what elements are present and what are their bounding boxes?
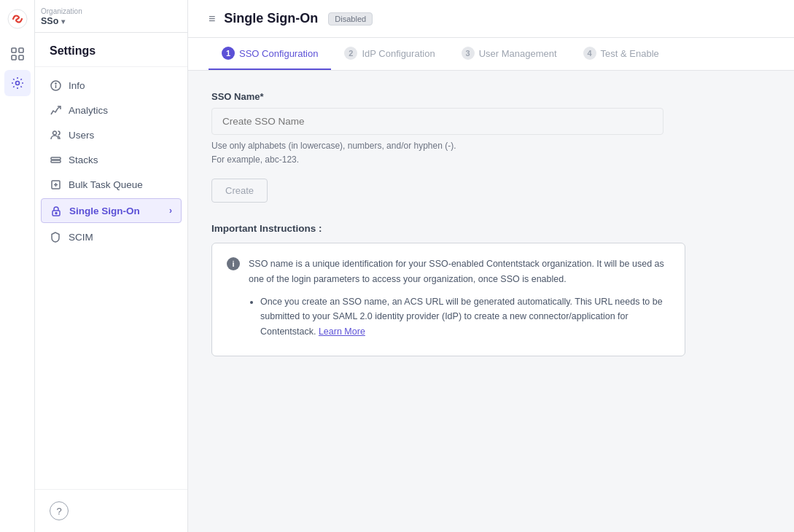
tasks-icon (50, 179, 61, 190)
tab-3-num: 3 (462, 47, 475, 60)
create-button[interactable]: Create (211, 179, 268, 203)
instructions-title: Important Instructions : (211, 223, 771, 234)
sidebar-bottom: ? (35, 489, 187, 532)
org-chevron-icon: ▾ (61, 17, 65, 26)
svg-point-9 (52, 131, 56, 135)
tab-2-num: 2 (344, 47, 357, 60)
hint-line2: For example, abc-123. (211, 154, 299, 165)
stacks-icon (50, 154, 61, 165)
sidebar-item-users-label: Users (69, 130, 94, 141)
info-icon (50, 79, 61, 91)
sidebar-item-single-sign-on[interactable]: Single Sign-On › (41, 198, 182, 223)
sidebar-item-analytics[interactable]: Analytics (35, 98, 187, 122)
sidebar-item-stacks-label: Stacks (69, 154, 98, 165)
sidebar-nav: Info Analytics (35, 67, 187, 489)
org-label: Organization (41, 7, 82, 15)
sidebar-item-scim-label: SCIM (69, 232, 93, 243)
svg-rect-4 (19, 55, 23, 60)
tabs-bar: 1 SSO Configuration 2 IdP Configuration … (188, 38, 794, 71)
svg-rect-10 (51, 157, 61, 160)
svg-rect-11 (51, 160, 61, 163)
main-content: ≡ Single Sign-On Disabled 1 SSO Configur… (188, 0, 794, 532)
instructions-box: i SSO name is a unique identification fo… (211, 243, 685, 356)
topbar: ≡ Single Sign-On Disabled (188, 0, 794, 38)
nav-grid-icon[interactable] (4, 41, 31, 67)
tab-1-num: 1 (222, 47, 235, 60)
sidebar: Organization SSo ▾ Settings Info (35, 0, 188, 532)
help-button[interactable]: ? (50, 501, 69, 520)
sidebar-item-info-label: Info (69, 80, 85, 91)
learn-more-link[interactable]: Learn More (319, 326, 365, 337)
sidebar-item-bulk-task-queue[interactable]: Bulk Task Queue (35, 172, 187, 197)
svg-rect-1 (12, 48, 16, 52)
tab-user-management[interactable]: 3 User Management (448, 38, 570, 70)
tab-idp-configuration[interactable]: 2 IdP Configuration (331, 38, 448, 70)
svg-point-8 (55, 82, 55, 83)
svg-rect-2 (19, 48, 23, 52)
instructions-text: SSO name is a unique identification for … (249, 257, 670, 342)
sidebar-item-single-sign-on-label: Single Sign-On (69, 206, 140, 216)
page-title: Single Sign-On (224, 11, 318, 26)
tab-1-label: SSO Configuration (239, 48, 318, 59)
sidebar-item-stacks[interactable]: Stacks (35, 147, 187, 172)
info-circle-icon: i (227, 257, 240, 270)
menu-icon: ≡ (209, 12, 215, 26)
sidebar-item-info[interactable]: Info (35, 73, 187, 98)
instructions-bullet1: Once you create an SSO name, an ACS URL … (260, 294, 670, 340)
sidebar-item-analytics-label: Analytics (69, 105, 108, 116)
tab-4-label: Test & Enable (601, 48, 659, 59)
shield-icon (50, 231, 61, 243)
tab-sso-configuration[interactable]: 1 SSO Configuration (209, 38, 331, 70)
app-logo[interactable] (7, 9, 28, 32)
org-dropdown[interactable]: Organization SSo ▾ (35, 0, 187, 33)
users-icon (50, 129, 61, 141)
tab-4-num: 4 (583, 47, 596, 60)
sidebar-item-bulk-task-queue-label: Bulk Task Queue (69, 179, 143, 190)
status-badge: Disabled (328, 12, 373, 26)
instructions-line1: SSO name is a unique identification for … (249, 259, 664, 284)
sidebar-title: Settings (35, 33, 187, 67)
field-hint: Use only alphabets (in lowercase), numbe… (211, 139, 771, 167)
hint-line1: Use only alphabets (in lowercase), numbe… (211, 141, 456, 151)
analytics-icon (50, 104, 61, 116)
svg-rect-3 (12, 55, 16, 60)
icon-bar (0, 0, 35, 532)
svg-point-5 (15, 82, 19, 85)
content-area: SSO Name* Use only alphabets (in lowerca… (188, 71, 794, 532)
svg-point-16 (55, 212, 57, 214)
org-name: SSo (41, 16, 58, 26)
tab-test-enable[interactable]: 4 Test & Enable (570, 38, 672, 70)
sidebar-item-scim[interactable]: SCIM (35, 224, 187, 249)
sidebar-item-users[interactable]: Users (35, 122, 187, 147)
lock-icon (50, 205, 62, 216)
tab-2-label: IdP Configuration (362, 48, 435, 59)
tab-3-label: User Management (479, 48, 557, 59)
sso-name-label: SSO Name* (211, 91, 771, 102)
nav-settings-icon[interactable] (4, 70, 31, 96)
sso-name-input[interactable] (211, 108, 663, 135)
chevron-right-icon: › (169, 206, 172, 216)
